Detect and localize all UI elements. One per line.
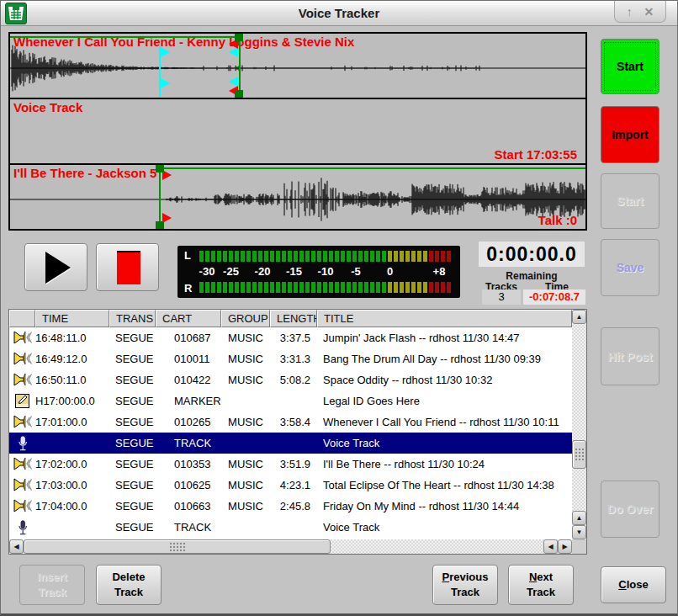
- meter-segment: [429, 282, 433, 293]
- talk-marker-handle[interactable]: [161, 47, 170, 57]
- next-track-button[interactable]: NextTrack: [508, 565, 574, 605]
- meter-segment: [205, 282, 209, 293]
- horizontal-scrollbar-thumb[interactable]: [24, 539, 331, 554]
- column-header-time[interactable]: TIME: [35, 310, 109, 327]
- talk-end-handle[interactable]: [229, 77, 238, 87]
- shade-window-button[interactable]: ↑: [627, 6, 633, 18]
- microphone-icon: [18, 436, 28, 451]
- meter-segment: [211, 282, 215, 293]
- do-over-button[interactable]: Do Over: [601, 481, 659, 538]
- column-header-title[interactable]: TITLE: [317, 310, 572, 327]
- column-header-group[interactable]: GROUP: [221, 310, 270, 327]
- scroll-down-button[interactable]: ▼: [572, 525, 586, 539]
- remaining-tracks-value: 3: [482, 289, 521, 305]
- import-button[interactable]: Import: [601, 106, 659, 163]
- insert-track-button[interactable]: InsertTrack: [19, 565, 85, 605]
- log-row[interactable]: SEGUETRACKVoice Track: [9, 433, 572, 454]
- hit-post-button[interactable]: Hit Post: [601, 327, 659, 385]
- meter-segment: [329, 251, 333, 262]
- meter-segment: [441, 251, 445, 262]
- button-label: PreviousTrack: [442, 570, 489, 599]
- save-button[interactable]: Save: [601, 239, 659, 296]
- elapsed-time-display: 0:00:00.0: [479, 242, 585, 267]
- meter-segment: [241, 251, 245, 262]
- cell-group: MUSIC: [221, 479, 270, 491]
- cell-title: Voice Track: [317, 437, 572, 449]
- play-button[interactable]: [24, 243, 87, 291]
- scroll-left-button[interactable]: ◀: [9, 539, 24, 554]
- log-row[interactable]: 17:02:00.0SEGUE010353MUSIC3:51.9I'll Be …: [9, 454, 572, 475]
- meter-segment: [370, 251, 374, 262]
- vertical-scrollbar[interactable]: ▲ ▲ ▼: [572, 310, 586, 539]
- meter-segment: [352, 282, 357, 293]
- waveform-panel-voicetrack[interactable]: Voice Track Start 17:03:55: [8, 98, 587, 165]
- column-header-trans[interactable]: TRANS: [109, 310, 156, 327]
- meter-right-label: R: [184, 282, 192, 295]
- start-marker-handle[interactable]: [156, 165, 164, 173]
- cell-cart: 010422: [156, 374, 221, 386]
- meter-segment: [447, 251, 451, 262]
- meter-segment: [435, 251, 439, 262]
- segue-marker-handle[interactable]: [235, 90, 243, 98]
- log-row[interactable]: 16:49:12.0SEGUE010011MUSIC3:31.3Bang The…: [9, 348, 572, 369]
- meter-segment: [241, 282, 245, 293]
- row-type-icon: [9, 394, 35, 408]
- scroll-left-button[interactable]: ◀: [543, 539, 558, 554]
- cell-time: 16:50:11.0: [35, 374, 109, 386]
- log-row[interactable]: 16:48:11.0SEGUE010687MUSIC3:37.5Jumpin' …: [9, 327, 572, 348]
- meter-segment: [252, 282, 257, 293]
- remaining-time-value: -0:07:08.7: [523, 289, 585, 305]
- start-record-button[interactable]: Start: [601, 39, 659, 94]
- log-row[interactable]: 16:50:11.0SEGUE010422MUSIC5:08.2Space Od…: [9, 369, 572, 390]
- log-row[interactable]: SEGUETRACKVoice Track: [9, 517, 572, 538]
- start-playback-button[interactable]: Start: [601, 173, 659, 229]
- vertical-scrollbar-thumb[interactable]: [572, 440, 586, 469]
- meter-segment: [282, 282, 286, 293]
- meter-segment: [299, 282, 304, 293]
- waveform-panel-incoming[interactable]: I'll Be There - Jackson 5 Talk :0: [8, 163, 587, 231]
- scroll-up-button[interactable]: ▲: [572, 511, 586, 525]
- meter-segment: [311, 282, 315, 293]
- row-type-icon: [9, 436, 35, 451]
- cell-time: 17:04:00.0: [35, 500, 109, 512]
- log-row[interactable]: 17:03:00.0SEGUE010625MUSIC4:23.1Total Ec…: [9, 475, 572, 496]
- column-header-icon[interactable]: [9, 310, 35, 327]
- speaker-icon: [13, 457, 32, 471]
- log-row[interactable]: 17:01:00.0SEGUE010265MUSIC3:58.4Whenever…: [9, 412, 572, 433]
- meter-scale-label: -5: [351, 265, 361, 278]
- column-header-length[interactable]: LENGTH: [270, 310, 317, 327]
- button-label: DeleteTrack: [112, 570, 145, 599]
- meter-left-label: L: [184, 249, 191, 262]
- waveform-panel-outgoing[interactable]: Whenever I Call You Friend - Kenny Loggi…: [8, 32, 587, 99]
- scroll-right-button[interactable]: ▶: [558, 539, 572, 554]
- previous-track-button[interactable]: PreviousTrack: [432, 565, 498, 605]
- start-marker-handle[interactable]: [156, 221, 164, 229]
- log-row[interactable]: 17:04:00.0SEGUE010663MUSIC2:45.8Friday O…: [9, 496, 572, 517]
- close-button[interactable]: Close: [601, 566, 666, 603]
- cell-cart: 010353: [156, 458, 221, 470]
- column-header-cart[interactable]: CART: [156, 310, 221, 327]
- meter-segment: [329, 282, 333, 293]
- cell-cart: 010265: [156, 416, 221, 428]
- speaker-icon: [13, 331, 32, 345]
- log-row[interactable]: H17:00:00.0SEGUEMARKERLegal ID Goes Here: [9, 390, 572, 412]
- meter-segment: [270, 282, 274, 293]
- talk-marker-handle[interactable]: [161, 78, 170, 88]
- stop-button[interactable]: [96, 243, 159, 291]
- delete-track-button[interactable]: DeleteTrack: [96, 565, 162, 605]
- cell-length: 4:23.1: [270, 479, 317, 491]
- meter-segment: [276, 251, 280, 262]
- talk-end-handle[interactable]: [229, 47, 238, 57]
- cell-title: Whenever I Call You Friend -- rdhost 11/…: [317, 416, 572, 428]
- meter-scale: -30-25-20-15-10-50+8: [199, 265, 452, 279]
- close-window-button[interactable]: ✕: [644, 6, 654, 18]
- segue-marker-handle[interactable]: [235, 34, 243, 41]
- meter-right-segments: [199, 282, 451, 293]
- meter-segment: [270, 251, 274, 262]
- scroll-up-button[interactable]: ▲: [572, 310, 586, 324]
- cell-group: MUSIC: [221, 416, 270, 428]
- speaker-icon: [13, 499, 32, 513]
- meter-segment: [364, 251, 368, 262]
- row-type-icon: [9, 352, 35, 366]
- horizontal-scrollbar[interactable]: ◀ ◀ ▶: [9, 539, 572, 554]
